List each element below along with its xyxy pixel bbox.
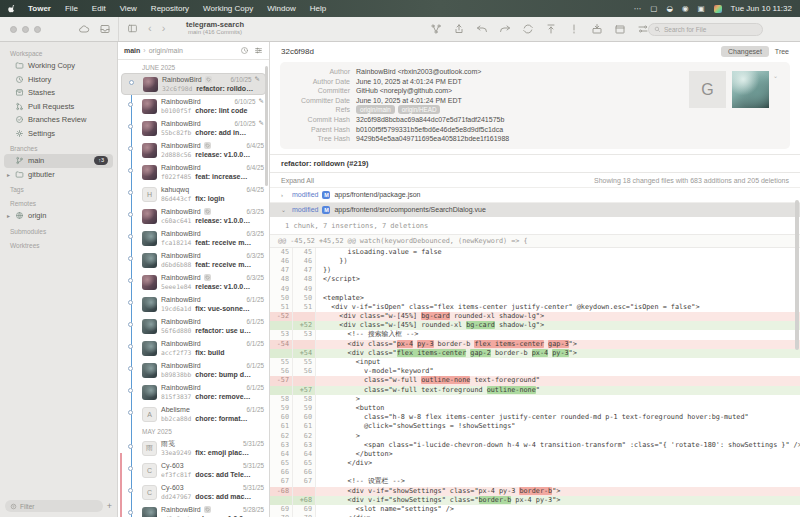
menu-item-view[interactable]: View	[113, 0, 144, 17]
sidebar-item-main[interactable]: main↑3	[4, 154, 113, 168]
diff-code: })	[316, 257, 800, 266]
commit-avatar	[142, 121, 157, 136]
history-clock-icon[interactable]	[240, 46, 249, 55]
main-content: WorkspaceWorking CopyHistoryStashesPull …	[0, 42, 800, 517]
current-branch-label[interactable]: main	[124, 47, 140, 54]
commit-meta-line: RainbowBird6/10/25✎	[162, 75, 260, 84]
commit-row[interactable]: RainbowBird6/1/25815f3837chore: remove…	[118, 381, 269, 403]
input-source-icon[interactable]	[714, 5, 722, 13]
sidebar-item-gitbutler[interactable]: ▸gitbutler	[0, 168, 117, 182]
branch-ahead-badge: ↑3	[94, 156, 108, 165]
control-center-icon[interactable]: ◒	[666, 0, 673, 17]
location-icon[interactable]: ◉	[682, 0, 689, 17]
more-icon[interactable]: ⋯	[634, 0, 642, 17]
screen-mirroring-icon[interactable]: ▢	[650, 0, 657, 17]
apple-menu-icon[interactable]	[8, 3, 17, 14]
commit-hash: 55bc82fb	[161, 128, 191, 137]
sidebar-toggle-icon[interactable]	[127, 23, 138, 34]
changeset-tab[interactable]: Changeset	[721, 46, 769, 57]
sidebar-section-workspace: Workspace	[0, 45, 117, 59]
commit-row[interactable]: RainbowBird6/1/2519cd6a1dfix: vue-sonne…	[118, 293, 269, 315]
commit-row[interactable]: AAbelisme6/1/25bb2ca88dchore: format…	[118, 403, 269, 425]
commit-row[interactable]: RainbowBird6/4/252d888c56release: v1.0.0…	[118, 139, 269, 161]
commit-row[interactable]: CCy-6035/31/25ef3fc81fdocs: add Tele…	[118, 459, 269, 481]
commit-row[interactable]: RainbowBird6/4/25f022f485feat: increase…	[118, 161, 269, 183]
menu-item-tower[interactable]: Tower	[21, 0, 58, 17]
menu-item-window[interactable]: Window	[260, 0, 302, 17]
commit-row[interactable]: RainbowBird6/3/25c60ac641release: v1.0.0…	[118, 205, 269, 227]
sync-icon[interactable]	[522, 23, 534, 35]
commit-summary-line: fca18214feat: receive m…	[161, 238, 264, 247]
sidebar-item-stashes[interactable]: Stashes	[0, 86, 117, 100]
list-options-icon[interactable]	[254, 46, 263, 55]
ref-badge[interactable]: origin/main	[356, 105, 395, 114]
commit-row[interactable]: RainbowBird6/1/25b89838bbchore: bump d…	[118, 359, 269, 381]
file-chevron-icon[interactable]: ›	[281, 192, 288, 198]
repo-subtitle: main (416 Commits)	[150, 29, 280, 37]
forward-icon[interactable]	[499, 23, 511, 35]
commit-row[interactable]: 雨雨笺5/31/2533ea9249fix: emoji plac…	[118, 437, 269, 459]
file-search-input[interactable]: Search for File	[648, 23, 763, 36]
sidebar-item-history[interactable]: History	[0, 73, 117, 87]
share-icon[interactable]	[453, 23, 465, 35]
sidebar-item-working-copy[interactable]: Working Copy	[0, 59, 117, 73]
menu-item-working-copy[interactable]: Working Copy	[196, 0, 260, 17]
commit-row[interactable]: RainbowBird6/1/2556f6d880refactor: use u…	[118, 315, 269, 337]
snapshot-icon[interactable]	[614, 23, 626, 35]
chevron-right-icon[interactable]: ▸	[7, 171, 10, 178]
minimize-button[interactable]	[22, 26, 29, 33]
reply-icon[interactable]	[476, 23, 488, 35]
service-icon[interactable]	[430, 23, 442, 35]
ref-badge[interactable]: origin/HEAD	[398, 105, 441, 114]
commit-list-scrollbar[interactable]	[265, 66, 268, 186]
commit-metadata-card: AuthorRainbowBird <rbxin2003@outlook.com…	[280, 62, 790, 149]
commit-text: Cy-6035/31/25dd247967docs: add mac…	[161, 483, 264, 501]
search-placeholder: Search for File	[664, 26, 706, 33]
add-repository-button[interactable]: +	[105, 501, 114, 511]
sidebar-item-branches-review[interactable]: Branches Review	[0, 113, 117, 127]
commit-summary-line: b89838bbchore: bump d…	[161, 370, 264, 379]
menu-item-edit[interactable]: Edit	[85, 0, 113, 17]
changed-file-row[interactable]: ⌄modifiedMapps/frontend/src/components/S…	[270, 202, 800, 217]
sidebar-item-origin[interactable]: ▸origin	[0, 209, 117, 223]
commit-row[interactable]: RainbowBird6/3/25d6bd6b88feat: receive m…	[118, 249, 269, 271]
detail-scrollbar[interactable]	[795, 200, 799, 350]
sidebar-item-pull-requests[interactable]: Pull Requests	[0, 100, 117, 114]
diff-code: <div class="w-[45%] bg-card rounded-xl s…	[316, 312, 800, 321]
menu-item-help[interactable]: Help	[303, 0, 333, 17]
commit-row[interactable]: RainbowBird6/10/25✎32c6f98drefactor: rol…	[121, 73, 266, 95]
close-button[interactable]	[10, 26, 17, 33]
commit-row[interactable]: RainbowBird6/3/25fca18214feat: receive m…	[118, 227, 269, 249]
old-line-number: -52	[270, 312, 293, 321]
chevron-right-icon[interactable]: ▸	[7, 212, 10, 219]
commit-row[interactable]: CCy-6035/31/25dd247967docs: add mac…	[118, 481, 269, 503]
file-chevron-icon[interactable]: ⌄	[281, 206, 288, 213]
expand-all-button[interactable]: Expand All	[281, 177, 314, 184]
stash-icon[interactable]	[591, 23, 603, 35]
commit-subject: refactor: rolldo…	[196, 84, 253, 93]
new-line-number	[293, 487, 316, 496]
changed-file-row[interactable]: ›modifiedMapps/frontend/package.json	[270, 187, 800, 202]
commit-row[interactable]: RainbowBird6/10/25✎b0100f5fchore: lint c…	[118, 95, 269, 117]
avatar-chevron-icon[interactable]: ⌄	[773, 72, 778, 79]
fetch-icon[interactable]	[545, 23, 557, 35]
alert-icon[interactable]	[568, 23, 580, 35]
commit-row[interactable]: Hkahuqwq6/4/2586d443cffix: login	[118, 183, 269, 205]
menu-item-repository[interactable]: Repository	[144, 0, 196, 17]
commit-row[interactable]: RainbowBird6/1/25accf2f73fix: build	[118, 337, 269, 359]
menu-item-file[interactable]: File	[58, 0, 85, 17]
inbox-icon[interactable]	[99, 23, 111, 35]
commit-row[interactable]: RainbowBird6/10/25✎55bc82fbchore: add in…	[118, 117, 269, 139]
zoom-button[interactable]	[34, 26, 41, 33]
sidebar-item-settings[interactable]: Settings	[0, 127, 117, 141]
display-icon[interactable]: ▣	[698, 0, 705, 17]
commit-avatar	[142, 253, 157, 268]
commit-row[interactable]: RainbowBird6/3/255eee1e84release: v1.0.0…	[118, 271, 269, 293]
cloud-icon[interactable]	[78, 23, 90, 35]
tree-tab[interactable]: Tree	[775, 48, 789, 55]
diff-line: 6969 <slot name="settings" />	[270, 505, 800, 514]
filter-input[interactable]: Filter	[5, 500, 103, 512]
remote-branch-label[interactable]: origin/main	[149, 47, 183, 54]
commit-row[interactable]: RainbowBird5/28/25ad8e6eebrelease: v1.0.…	[118, 503, 269, 517]
commit-summary-line: d6bd6b88feat: receive m…	[161, 260, 264, 269]
